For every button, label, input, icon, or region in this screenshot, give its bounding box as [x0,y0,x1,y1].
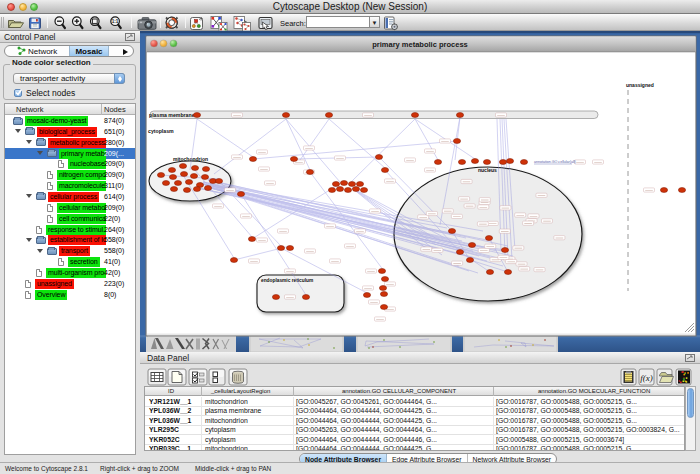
svg-text:cytoplasm: cytoplasm [148,128,174,134]
svg-text:plasma membrane: plasma membrane [149,112,195,118]
svg-text:f(x): f(x) [640,373,653,383]
svg-text:nucleus: nucleus [478,167,497,173]
svg-text:primary metabolic process: primary metabolic process [372,40,467,49]
svg-text:unassigned: unassigned [626,82,654,88]
svg-text:annotation.GO.cellular(all): annotation.GO.cellular(all) [534,160,576,164]
svg-text:endoplasmic reticulum: endoplasmic reticulum [261,278,313,283]
svg-text:1:1: 1:1 [112,19,119,24]
svg-text:mitochondrion: mitochondrion [173,156,208,162]
